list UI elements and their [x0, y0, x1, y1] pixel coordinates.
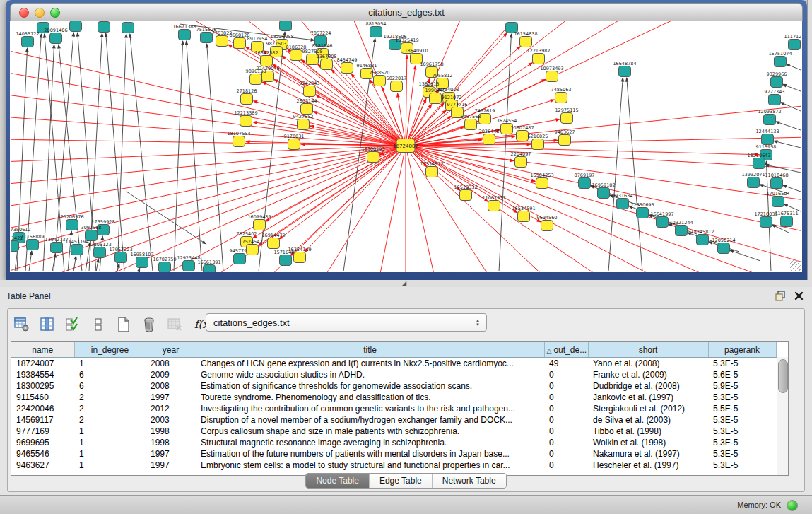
network-window-titlebar[interactable]: citations_edges.txt [10, 3, 803, 21]
graph-edge[interactable] [730, 250, 760, 261]
deselect-rows-icon[interactable] [90, 315, 107, 334]
network-canvas[interactable]: 2303159100552871527602178961601405572220… [10, 21, 802, 272]
graph-edge[interactable] [263, 51, 406, 146]
graph-node[interactable]: 2204097 [511, 151, 531, 168]
graph-edge[interactable] [11, 94, 406, 146]
graph-edge[interactable] [253, 146, 406, 238]
column-header-short[interactable]: short [588, 342, 708, 358]
graph-edge[interactable] [406, 146, 718, 272]
graph-node[interactable]: 8454749 [337, 57, 358, 74]
graph-edge[interactable] [258, 146, 406, 245]
graph-edge[interactable] [406, 146, 517, 213]
graph-node[interactable]: 17957223 [109, 247, 132, 263]
graph-node[interactable]: 7896160 [118, 21, 139, 33]
graph-node[interactable]: 16561391 [197, 259, 220, 272]
delete-column-icon[interactable] [141, 315, 158, 334]
close-button[interactable] [19, 8, 29, 18]
graph-edge[interactable] [379, 146, 406, 272]
table-row[interactable]: 1456911722003Disruption of a novel membe… [11, 414, 776, 426]
graph-node[interactable]: 20091406 [44, 28, 67, 44]
graph-node[interactable]: 6216025 [528, 134, 548, 150]
graph-node[interactable]: 12213987 [526, 48, 550, 64]
graph-edge[interactable] [187, 41, 202, 271]
graph-node[interactable]: 16671388 [172, 24, 196, 40]
graph-edge[interactable] [11, 117, 406, 146]
table-source-select[interactable]: citations_edges.txt ▲▼ [206, 313, 487, 332]
table-row[interactable]: 1830029562008Estimation of significance … [11, 380, 776, 392]
graph-node[interactable]: 12213389 [234, 110, 257, 127]
select-all-rows-icon[interactable] [64, 315, 81, 334]
table-scrollbar-thumb[interactable] [778, 359, 788, 393]
graph-node[interactable]: 16958107 [130, 252, 153, 268]
graph-node[interactable]: 9242843 [300, 81, 320, 97]
column-header-out_degree[interactable]: △out_de... [544, 342, 588, 358]
column-header-title[interactable]: title [196, 342, 544, 358]
graph-node[interactable]: 18724007 [393, 139, 418, 153]
graph-edge[interactable] [207, 44, 223, 271]
graph-edge[interactable] [302, 59, 406, 146]
graph-edge[interactable] [130, 34, 153, 271]
graph-edge[interactable] [11, 71, 406, 146]
table-row[interactable]: 2242004622012Investigating the contribut… [11, 403, 776, 414]
graph-node[interactable]: 16154838 [514, 31, 537, 47]
graph-edge[interactable] [499, 34, 512, 271]
graph-node[interactable]: 9170031 [284, 134, 305, 150]
graph-edge[interactable] [406, 146, 801, 169]
graph-edge[interactable] [406, 146, 801, 264]
graph-node[interactable]: 9427552 [293, 114, 314, 130]
zoom-button[interactable] [50, 8, 60, 18]
graph-edge[interactable] [406, 55, 407, 146]
tab-node-table[interactable]: Node Table [306, 474, 370, 488]
graph-edge[interactable] [406, 146, 488, 201]
table-scrollbar[interactable] [777, 357, 788, 475]
graph-node[interactable]: 5822017 [387, 76, 407, 92]
graph-edge[interactable] [608, 78, 623, 271]
citation-network-graph[interactable]: 2303159100552871527602178961601405572220… [11, 21, 801, 272]
graph-node[interactable]: 16534591 [512, 206, 535, 222]
column-header-year[interactable]: year [146, 342, 196, 358]
graph-node[interactable]: 9694560 [537, 215, 558, 231]
column-visibility-icon[interactable] [39, 315, 56, 334]
graph-node[interactable]: 16053809 [273, 21, 297, 31]
graph-node[interactable]: 16648784 [613, 61, 636, 77]
graph-node[interactable]: 6497568 [461, 114, 481, 130]
graph-node[interactable]: 10973493 [540, 66, 563, 82]
graph-node[interactable]: 12975115 [555, 107, 578, 124]
graph-node[interactable]: 9463627 [555, 129, 575, 146]
table-row[interactable]: 969969511998Structural magnetic resonanc… [11, 437, 776, 448]
graph-edge[interactable] [765, 165, 801, 173]
column-header-name[interactable]: name [11, 342, 74, 358]
graph-edge[interactable] [174, 41, 183, 271]
graph-edge[interactable] [11, 146, 406, 185]
graph-node[interactable]: 11675311 [775, 211, 798, 227]
create-column-icon[interactable] [115, 315, 132, 334]
table-row[interactable]: 911546021997Tourette syndrome. Phenomeno… [11, 392, 776, 403]
tab-network-table[interactable]: Network Table [433, 474, 506, 488]
splitter-collapse-handle[interactable]: ◢ [402, 281, 408, 286]
column-header-pagerank[interactable]: pagerank [708, 342, 776, 358]
column-header-in_degree[interactable]: in_degree [74, 342, 146, 358]
graph-node[interactable]: 15276021 [92, 21, 115, 33]
graph-node[interactable]: 16510332 [454, 185, 477, 201]
window-resize-grip[interactable] [790, 260, 801, 271]
float-panel-icon[interactable] [775, 291, 786, 301]
table-row[interactable]: 977716911998Corpus callosum shape and si… [11, 426, 776, 437]
table-row[interactable]: 1872400712008Changes of HCN gene express… [11, 358, 776, 370]
graph-edge[interactable] [776, 122, 801, 130]
close-panel-icon[interactable] [794, 291, 804, 300]
tab-edge-table[interactable]: Edge Table [370, 474, 433, 488]
graph-node[interactable]: 1117120 [784, 34, 801, 50]
graph-node[interactable]: 7485063 [551, 87, 572, 103]
table-row[interactable]: 946362711997Embryonic stem cells: a mode… [11, 460, 776, 471]
table-settings-icon[interactable] [13, 315, 30, 334]
horizontal-splitter[interactable]: ◢ [0, 280, 812, 287]
minimize-button[interactable] [35, 8, 45, 18]
graph-node[interactable]: 2718126 [237, 88, 257, 105]
graph-edge[interactable] [126, 192, 206, 244]
graph-node[interactable]: 14055722 [16, 31, 39, 47]
graph-node[interactable]: 18107554 [227, 131, 250, 147]
graph-edge[interactable] [774, 141, 801, 148]
table-row[interactable]: 946554611997Estimation of the future num… [11, 448, 776, 460]
table-row[interactable]: 1938455462009Genome-wide association stu… [11, 369, 776, 380]
graph-edge[interactable] [313, 111, 406, 146]
